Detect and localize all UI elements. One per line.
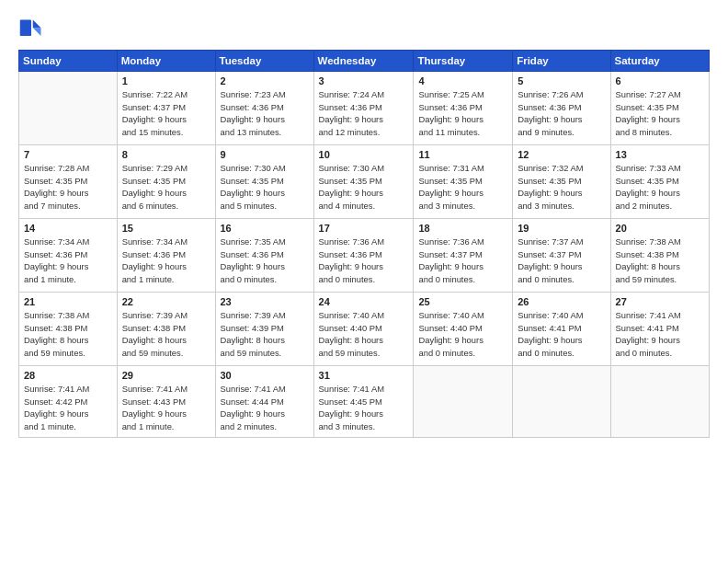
calendar-cell: 29Sunrise: 7:41 AM Sunset: 4:43 PM Dayli… <box>117 366 215 438</box>
day-info: Sunrise: 7:24 AM Sunset: 4:36 PM Dayligh… <box>319 88 409 139</box>
day-number: 18 <box>418 223 507 234</box>
calendar-week-row: 28Sunrise: 7:41 AM Sunset: 4:42 PM Dayli… <box>19 366 710 438</box>
calendar-week-row: 1Sunrise: 7:22 AM Sunset: 4:37 PM Daylig… <box>19 72 710 145</box>
day-number: 13 <box>616 149 704 160</box>
calendar: SundayMondayTuesdayWednesdayThursdayFrid… <box>18 50 710 438</box>
day-info: Sunrise: 7:32 AM Sunset: 4:35 PM Dayligh… <box>518 162 605 213</box>
calendar-cell: 1Sunrise: 7:22 AM Sunset: 4:37 PM Daylig… <box>117 72 215 145</box>
page: SundayMondayTuesdayWednesdayThursdayFrid… <box>0 0 728 563</box>
day-info: Sunrise: 7:38 AM Sunset: 4:38 PM Dayligh… <box>24 309 112 360</box>
day-header: Thursday <box>414 51 513 72</box>
logo-icon <box>18 17 44 42</box>
day-info: Sunrise: 7:30 AM Sunset: 4:35 PM Dayligh… <box>319 162 409 213</box>
day-info: Sunrise: 7:36 AM Sunset: 4:37 PM Dayligh… <box>418 236 507 286</box>
day-number: 26 <box>518 296 605 307</box>
day-number: 1 <box>122 75 210 86</box>
day-number: 12 <box>518 149 605 160</box>
calendar-cell: 28Sunrise: 7:41 AM Sunset: 4:42 PM Dayli… <box>19 366 118 438</box>
day-info: Sunrise: 7:40 AM Sunset: 4:40 PM Dayligh… <box>418 309 507 360</box>
calendar-cell: 23Sunrise: 7:39 AM Sunset: 4:39 PM Dayli… <box>215 293 313 366</box>
day-info: Sunrise: 7:41 AM Sunset: 4:43 PM Dayligh… <box>122 383 210 433</box>
day-info: Sunrise: 7:27 AM Sunset: 4:35 PM Dayligh… <box>616 88 704 139</box>
day-number: 28 <box>24 370 112 381</box>
day-info: Sunrise: 7:41 AM Sunset: 4:44 PM Dayligh… <box>221 383 309 433</box>
day-info: Sunrise: 7:34 AM Sunset: 4:36 PM Dayligh… <box>24 236 112 286</box>
logo <box>18 17 48 42</box>
day-info: Sunrise: 7:34 AM Sunset: 4:36 PM Dayligh… <box>122 236 210 286</box>
day-info: Sunrise: 7:22 AM Sunset: 4:37 PM Dayligh… <box>122 88 210 139</box>
calendar-cell: 27Sunrise: 7:41 AM Sunset: 4:41 PM Dayli… <box>610 293 709 366</box>
day-info: Sunrise: 7:28 AM Sunset: 4:35 PM Dayligh… <box>24 162 112 213</box>
day-number: 8 <box>122 149 210 160</box>
day-header: Monday <box>117 51 215 72</box>
calendar-cell: 18Sunrise: 7:36 AM Sunset: 4:37 PM Dayli… <box>414 219 513 293</box>
day-info: Sunrise: 7:29 AM Sunset: 4:35 PM Dayligh… <box>122 162 210 213</box>
calendar-cell: 15Sunrise: 7:34 AM Sunset: 4:36 PM Dayli… <box>117 219 215 293</box>
day-info: Sunrise: 7:26 AM Sunset: 4:36 PM Dayligh… <box>518 88 605 139</box>
calendar-cell: 9Sunrise: 7:30 AM Sunset: 4:35 PM Daylig… <box>215 145 313 219</box>
day-info: Sunrise: 7:40 AM Sunset: 4:40 PM Dayligh… <box>319 309 409 360</box>
day-info: Sunrise: 7:40 AM Sunset: 4:41 PM Dayligh… <box>518 309 605 360</box>
calendar-cell <box>610 366 709 438</box>
day-number: 5 <box>518 75 605 86</box>
header-row: SundayMondayTuesdayWednesdayThursdayFrid… <box>19 51 710 72</box>
calendar-cell: 31Sunrise: 7:41 AM Sunset: 4:45 PM Dayli… <box>313 366 414 438</box>
day-number: 25 <box>418 296 507 307</box>
calendar-cell: 20Sunrise: 7:38 AM Sunset: 4:38 PM Dayli… <box>610 219 709 293</box>
day-number: 9 <box>221 149 309 160</box>
day-info: Sunrise: 7:38 AM Sunset: 4:38 PM Dayligh… <box>616 236 704 286</box>
day-number: 31 <box>319 370 409 381</box>
day-number: 24 <box>319 296 409 307</box>
day-number: 17 <box>319 223 409 234</box>
day-number: 10 <box>319 149 409 160</box>
day-info: Sunrise: 7:41 AM Sunset: 4:45 PM Dayligh… <box>319 383 409 433</box>
day-header: Wednesday <box>313 51 414 72</box>
day-info: Sunrise: 7:35 AM Sunset: 4:36 PM Dayligh… <box>221 236 309 286</box>
day-info: Sunrise: 7:25 AM Sunset: 4:36 PM Dayligh… <box>418 88 507 139</box>
header <box>18 17 710 42</box>
svg-marker-1 <box>33 20 41 29</box>
day-number: 27 <box>616 296 704 307</box>
day-info: Sunrise: 7:31 AM Sunset: 4:35 PM Dayligh… <box>418 162 507 213</box>
day-number: 2 <box>221 75 309 86</box>
day-info: Sunrise: 7:33 AM Sunset: 4:35 PM Dayligh… <box>616 162 704 213</box>
calendar-cell: 14Sunrise: 7:34 AM Sunset: 4:36 PM Dayli… <box>19 219 118 293</box>
day-header: Saturday <box>610 51 709 72</box>
calendar-week-row: 14Sunrise: 7:34 AM Sunset: 4:36 PM Dayli… <box>19 219 710 293</box>
day-info: Sunrise: 7:39 AM Sunset: 4:38 PM Dayligh… <box>122 309 210 360</box>
calendar-cell: 30Sunrise: 7:41 AM Sunset: 4:44 PM Dayli… <box>215 366 313 438</box>
day-header: Tuesday <box>215 51 313 72</box>
day-number: 15 <box>122 223 210 234</box>
day-info: Sunrise: 7:30 AM Sunset: 4:35 PM Dayligh… <box>221 162 309 213</box>
day-info: Sunrise: 7:41 AM Sunset: 4:41 PM Dayligh… <box>616 309 704 360</box>
calendar-cell: 13Sunrise: 7:33 AM Sunset: 4:35 PM Dayli… <box>610 145 709 219</box>
calendar-cell: 7Sunrise: 7:28 AM Sunset: 4:35 PM Daylig… <box>19 145 118 219</box>
day-number: 23 <box>221 296 309 307</box>
day-number: 22 <box>122 296 210 307</box>
calendar-cell: 8Sunrise: 7:29 AM Sunset: 4:35 PM Daylig… <box>117 145 215 219</box>
day-info: Sunrise: 7:37 AM Sunset: 4:37 PM Dayligh… <box>518 236 605 286</box>
day-number: 6 <box>616 75 704 86</box>
day-header: Sunday <box>19 51 118 72</box>
calendar-cell: 6Sunrise: 7:27 AM Sunset: 4:35 PM Daylig… <box>610 72 709 145</box>
svg-rect-3 <box>20 20 31 37</box>
day-number: 11 <box>418 149 507 160</box>
day-number: 7 <box>24 149 112 160</box>
calendar-cell: 21Sunrise: 7:38 AM Sunset: 4:38 PM Dayli… <box>19 293 118 366</box>
day-header: Friday <box>513 51 610 72</box>
calendar-cell: 3Sunrise: 7:24 AM Sunset: 4:36 PM Daylig… <box>313 72 414 145</box>
day-number: 19 <box>518 223 605 234</box>
day-number: 3 <box>319 75 409 86</box>
day-number: 21 <box>24 296 112 307</box>
calendar-cell <box>513 366 610 438</box>
day-number: 29 <box>122 370 210 381</box>
day-number: 20 <box>616 223 704 234</box>
calendar-cell: 24Sunrise: 7:40 AM Sunset: 4:40 PM Dayli… <box>313 293 414 366</box>
calendar-cell: 11Sunrise: 7:31 AM Sunset: 4:35 PM Dayli… <box>414 145 513 219</box>
day-info: Sunrise: 7:41 AM Sunset: 4:42 PM Dayligh… <box>24 383 112 433</box>
calendar-cell: 22Sunrise: 7:39 AM Sunset: 4:38 PM Dayli… <box>117 293 215 366</box>
day-info: Sunrise: 7:23 AM Sunset: 4:36 PM Dayligh… <box>221 88 309 139</box>
day-number: 4 <box>418 75 507 86</box>
calendar-cell: 17Sunrise: 7:36 AM Sunset: 4:36 PM Dayli… <box>313 219 414 293</box>
day-number: 14 <box>24 223 112 234</box>
